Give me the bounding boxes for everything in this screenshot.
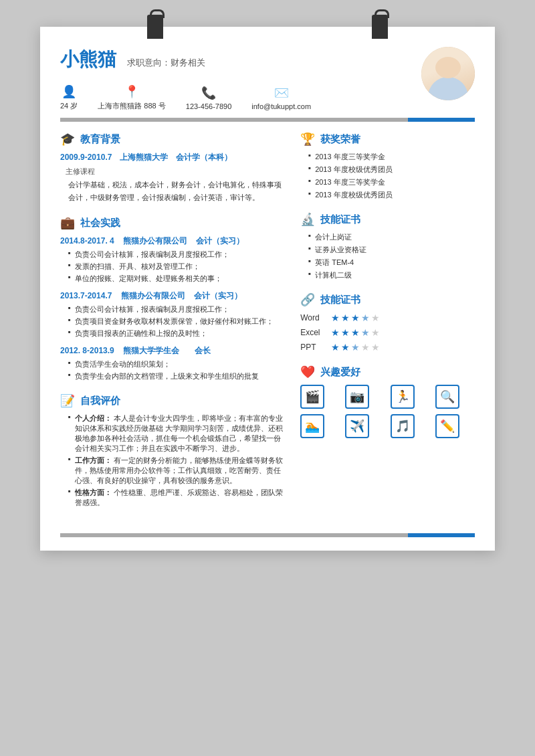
phone-text: 123-456-7890 xyxy=(186,102,232,110)
footer-divider xyxy=(60,533,475,537)
skill-certs-title-row: 🔬 技能证书 xyxy=(300,212,475,227)
awards-title: 获奖荣誉 xyxy=(320,133,360,146)
practice-entry-2-header: 2012. 8-2013.9 熊猫大学学生会 会长 xyxy=(60,345,287,357)
skill-word-label: Word xyxy=(300,313,324,322)
hobby-draw: ✏️ xyxy=(435,414,459,438)
education-icon: 🎓 xyxy=(60,132,75,147)
awards-list: 2013 年度三等奖学金 2013 年度校级优秀团员 2013 年度三等奖学金 … xyxy=(300,152,475,200)
phone-icon: 📞 xyxy=(201,86,216,100)
self-eval-title-row: 📝 自我评价 xyxy=(60,393,287,408)
practice-entry-0-header: 2014.8-2017. 4 熊猫办公有限公司 会计（实习） xyxy=(60,235,287,247)
character-label: 性格方面： xyxy=(75,488,112,496)
bullet-item: 负责公司会计核算，报表编制及月度报税工作； xyxy=(68,250,287,260)
address-text: 上海市熊猫路 888 号 xyxy=(98,101,165,111)
education-title: 教育背景 xyxy=(80,133,120,146)
skill-excel-row: Excel ★ ★ ★ ★ ★ xyxy=(300,327,475,338)
education-section: 🎓 教育背景 2009.9-2010.7 上海熊猫大学 会计学（本科） 主修课程… xyxy=(60,132,287,203)
footer-blue xyxy=(408,533,475,537)
star-5: ★ xyxy=(371,342,380,353)
social-practice-title: 社会实践 xyxy=(80,217,120,229)
sub-label-text: 主修课程 xyxy=(66,167,95,175)
practice-0-bullets: 负责公司会计核算，报表编制及月度报税工作； 发票的扫描、开具、核对及管理工作； … xyxy=(60,250,287,284)
resume-content: 小熊猫 求职意向：财务相关 👤 24 岁 📍 上海市熊猫路 888 号 📞 12… xyxy=(40,27,495,551)
divider-gray xyxy=(60,118,408,122)
bullet-item: 单位的报账、定期对账、处理账务相关的事； xyxy=(68,274,287,284)
courses-label: 主修课程 xyxy=(60,167,287,177)
briefcase-icon: 💼 xyxy=(60,215,75,230)
hobby-swim: 🏊 xyxy=(300,414,324,438)
skill-ratings-section: 🔗 技能证书 Word ★ ★ ★ ★ ★ E xyxy=(300,292,475,353)
awards-section: 🏆 获奖荣誉 2013 年度三等奖学金 2013 年度校级优秀团员 2013 年… xyxy=(300,132,475,200)
award-item: 2013 年度校级优秀团员 xyxy=(308,190,475,200)
practice-2-company: 熊猫大学学生会 xyxy=(123,346,179,355)
edit-icon: 📝 xyxy=(60,393,75,408)
hobby-icons-grid: 🎬 📷 🏃 🔍 🏊 ✈️ 🎵 ✏️ xyxy=(300,385,475,438)
flask-icon: 🔬 xyxy=(300,212,315,227)
left-column: 🎓 教育背景 2009.9-2010.7 上海熊猫大学 会计学（本科） 主修课程… xyxy=(60,132,287,520)
self-eval-work: 工作方面： 有一定的财务分析能力，能够熟练使用金蝶等财务软件，熟练使用常用办公软… xyxy=(68,456,287,486)
avatar xyxy=(421,47,475,100)
self-eval-section: 📝 自我评价 个人介绍： 本人是会计专业大四学生，即将毕业；有丰富的专业知识体系… xyxy=(60,393,287,508)
skill-word-stars: ★ ★ ★ ★ ★ xyxy=(331,312,380,323)
two-column-layout: 🎓 教育背景 2009.9-2010.7 上海熊猫大学 会计学（本科） 主修课程… xyxy=(60,132,475,520)
hobby-camera: 📷 xyxy=(345,385,369,409)
hobby-run: 🏃 xyxy=(391,385,415,409)
skill-ppt-row: PPT ★ ★ ★ ★ ★ xyxy=(300,342,475,353)
skill-certs-section: 🔬 技能证书 会计上岗证 证券从业资格证 英语 TEM-4 计算机二级 xyxy=(300,212,475,280)
edu-major: 会计学（本科） xyxy=(176,152,232,163)
courses-text: 会计学基础，税法，成本会计，财务会计，会计电算化，特殊事项会计，中级财务管理，会… xyxy=(60,179,287,203)
practice-0-company: 熊猫办公有限公司 xyxy=(123,236,187,246)
award-item: 2013 年度三等奖学金 xyxy=(308,177,475,187)
bullet-item: 负责学生会内部的文档管理，上级来文和学生组织的批复 xyxy=(68,371,287,381)
bullet-item: 负责项目资金财务收取材料发票保管，做好催付和对账工作； xyxy=(68,316,287,326)
education-info-row: 2009.9-2010.7 上海熊猫大学 会计学（本科） xyxy=(60,152,287,163)
self-eval-intro: 个人介绍： 本人是会计专业大四学生，即将毕业；有丰富的专业知识体系和实践经历做基… xyxy=(68,413,287,454)
age-text: 24 岁 xyxy=(60,101,78,111)
social-practice-section: 💼 社会实践 2014.8-2017. 4 熊猫办公有限公司 会计（实习） xyxy=(60,215,287,381)
self-eval-title: 自我评价 xyxy=(80,395,120,407)
resume-page: 小熊猫 求职意向：财务相关 👤 24 岁 📍 上海市熊猫路 888 号 📞 12… xyxy=(40,27,495,551)
star-5: ★ xyxy=(371,312,380,323)
practice-1-role: 会计（实习） xyxy=(194,291,242,300)
email-info: ✉️ info@tukuppt.com xyxy=(251,86,311,110)
hobby-video: 🎬 xyxy=(300,385,324,409)
binder-clip-left xyxy=(147,15,163,39)
footer-gray xyxy=(60,533,408,537)
hobbies-title-row: ❤️ 兴趣爱好 xyxy=(300,365,475,379)
practice-entry-1: 2013.7-2014.7 熊猫办公有限公司 会计（实习） 负责公司会计核算，报… xyxy=(60,290,287,339)
heart-icon: ❤️ xyxy=(300,365,315,379)
practice-1-company: 熊猫办公有限公司 xyxy=(121,291,185,300)
skill-word-row: Word ★ ★ ★ ★ ★ xyxy=(300,312,475,323)
skill-ratings-title-row: 🔗 技能证书 xyxy=(300,292,475,307)
email-icon: ✉️ xyxy=(274,86,289,100)
bullet-item: 负责项目报表的正确性和上报的及时性； xyxy=(68,328,287,339)
social-practice-title-row: 💼 社会实践 xyxy=(60,215,287,230)
name-row: 小熊猫 求职意向：财务相关 xyxy=(60,47,475,72)
job-intention: 求职意向：财务相关 xyxy=(127,57,205,69)
star-5: ★ xyxy=(371,327,380,338)
cert-list: 会计上岗证 证券从业资格证 英语 TEM-4 计算机二级 xyxy=(300,232,475,280)
intro-label: 个人介绍： xyxy=(75,414,112,422)
address-icon: 📍 xyxy=(124,84,139,99)
awards-title-row: 🏆 获奖荣誉 xyxy=(300,132,475,147)
star-1: ★ xyxy=(331,312,340,323)
header-divider xyxy=(60,118,475,122)
bullet-item: 负责公司会计核算，报表编制及月度报税工作； xyxy=(68,304,287,314)
star-1: ★ xyxy=(331,342,340,353)
practice-0-role: 会计（实习） xyxy=(196,236,244,246)
address-info: 📍 上海市熊猫路 888 号 xyxy=(98,84,165,111)
skill-ppt-label: PPT xyxy=(300,343,324,352)
edu-date: 2009.9-2010.7 xyxy=(60,153,112,162)
skill-excel-label: Excel xyxy=(300,328,324,337)
age-icon: 👤 xyxy=(62,84,76,99)
self-eval-character: 性格方面： 个性稳重、思维严谨、乐观豁达、容易相处，团队荣誉感强。 xyxy=(68,488,287,508)
divider-blue xyxy=(408,118,475,122)
resume-header: 小熊猫 求职意向：财务相关 👤 24 岁 📍 上海市熊猫路 888 号 📞 12… xyxy=(60,47,475,111)
star-3: ★ xyxy=(351,342,360,353)
star-4: ★ xyxy=(361,312,370,323)
hobbies-section: ❤️ 兴趣爱好 🎬 📷 🏃 🔍 🏊 ✈️ 🎵 ✏️ xyxy=(300,365,475,438)
practice-0-date: 2014.8-2017. 4 xyxy=(60,236,114,246)
award-item: 2013 年度校级优秀团员 xyxy=(308,165,475,175)
right-column: 🏆 获奖荣誉 2013 年度三等奖学金 2013 年度校级优秀团员 2013 年… xyxy=(300,132,475,520)
cert-item: 英语 TEM-4 xyxy=(308,258,475,268)
